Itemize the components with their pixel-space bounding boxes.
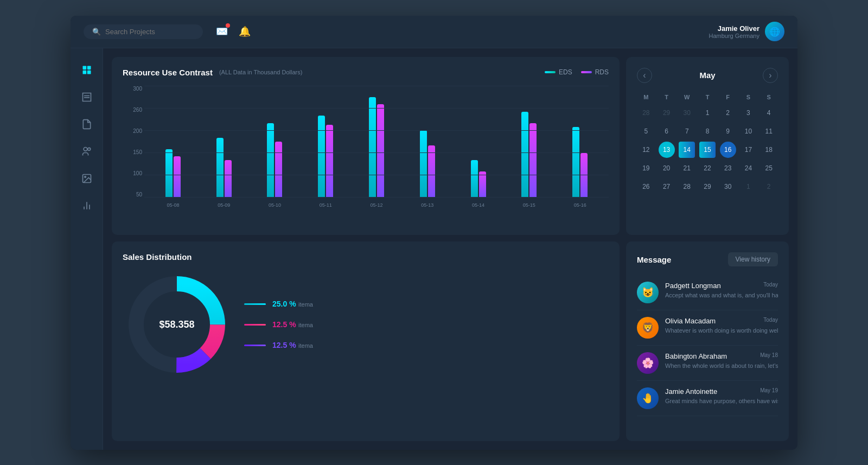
sidebar-item-reports[interactable]	[76, 195, 98, 216]
cal-day-29[interactable]: 29	[659, 105, 675, 121]
sidebar-item-gallery[interactable]	[76, 168, 98, 189]
cal-day-21[interactable]: 21	[679, 160, 695, 176]
message-item[interactable]: 🦁Olivia MacadamWhatever is worth doing i…	[637, 310, 778, 346]
bar-eds	[318, 116, 325, 198]
cal-day-17[interactable]: 17	[740, 142, 756, 158]
cal-day-12[interactable]: 12	[638, 142, 654, 158]
cal-day-24[interactable]: 24	[740, 160, 756, 176]
legend-eds-line	[545, 71, 556, 73]
message-time: May 19	[760, 387, 778, 393]
y-axis: 300 260 200 150 100 50	[123, 86, 142, 198]
bars-wrapper	[144, 86, 609, 198]
cal-day-25[interactable]: 25	[761, 160, 777, 176]
cal-day-15[interactable]: 15	[699, 142, 716, 158]
message-item[interactable]: 🌸Babington AbrahamWhen the whole world i…	[637, 346, 778, 381]
cal-day-2[interactable]: 2	[720, 105, 736, 121]
bar-group	[251, 86, 299, 198]
cal-day-27[interactable]: 27	[659, 179, 675, 195]
user-name: Jamie Oliver	[709, 24, 760, 33]
cal-day-30[interactable]: 30	[720, 179, 736, 195]
cal-day-28[interactable]: 28	[679, 179, 695, 195]
search-bar[interactable]: 🔍	[84, 24, 203, 39]
calendar-next-button[interactable]: ›	[763, 68, 778, 83]
message-time: Today	[763, 282, 778, 288]
x-labels: 05-0805-0905-1005-1105-1205-1305-1405-15…	[144, 200, 609, 211]
cal-day-26[interactable]: 26	[638, 179, 654, 195]
bar-rds	[428, 145, 435, 198]
cal-day-28[interactable]: 28	[638, 105, 654, 121]
svg-rect-0	[82, 66, 86, 69]
x-label: 05-14	[454, 202, 503, 208]
x-label: 05-16	[556, 202, 604, 208]
cal-day-5[interactable]: 5	[638, 123, 654, 139]
legend-label-2: itema	[298, 322, 313, 328]
calendar-panel: ‹ May › MTWTFSS2829301234567891011121314…	[626, 57, 789, 235]
bar-rds	[275, 142, 282, 198]
cal-day-23[interactable]: 23	[720, 160, 736, 176]
bar-rds	[326, 125, 333, 198]
mail-button[interactable]: ✉️	[216, 26, 228, 37]
sidebar-item-files[interactable]	[76, 86, 98, 108]
search-input[interactable]	[105, 28, 192, 36]
message-text: When the whole world is about to rain, l…	[665, 362, 778, 370]
donut-legend: 25.0 % itema 12.5 % itema	[244, 299, 609, 350]
cal-day-6[interactable]: 6	[659, 123, 675, 139]
messages-header: Message View history	[637, 252, 778, 266]
svg-rect-3	[87, 70, 91, 74]
content: Resource Use Contrast (ALL Data in Thous…	[103, 48, 797, 450]
legend-label-1: itema	[298, 301, 313, 308]
cal-day-22[interactable]: 22	[699, 160, 716, 176]
cal-day-7[interactable]: 7	[679, 123, 695, 139]
svg-rect-5	[84, 97, 90, 98]
x-label: 05-10	[251, 202, 299, 208]
bar-group	[505, 86, 553, 198]
message-text: Accept what was and what is, and you'll …	[665, 291, 778, 300]
cal-day-1[interactable]: 1	[740, 179, 756, 195]
view-history-button[interactable]: View history	[728, 252, 778, 266]
bar-eds	[521, 112, 528, 198]
cal-day-2[interactable]: 2	[761, 179, 777, 195]
sales-title: Sales Distribution	[123, 252, 609, 262]
legend-eds: EDS	[545, 68, 572, 76]
sidebar	[71, 48, 103, 450]
bar-eds	[420, 130, 427, 198]
cal-day-18[interactable]: 18	[761, 142, 777, 158]
message-time: Today	[763, 317, 778, 323]
cal-day-14[interactable]: 14	[679, 142, 695, 158]
message-avatar: 😺	[637, 282, 659, 303]
cal-day-29[interactable]: 29	[699, 179, 716, 195]
message-item[interactable]: 😺Padgett LongmanAccept what was and what…	[637, 275, 778, 310]
cal-day-11[interactable]: 11	[761, 123, 777, 139]
calendar-prev-button[interactable]: ‹	[637, 68, 652, 83]
svg-point-6	[84, 147, 87, 151]
bar-rds	[529, 123, 537, 198]
cal-day-16[interactable]: 16	[720, 142, 736, 158]
sales-content: Sales Distribution	[123, 252, 609, 430]
sidebar-item-dashboard[interactable]	[76, 59, 98, 81]
sidebar-item-users[interactable]	[76, 141, 98, 162]
bar-rds	[479, 171, 486, 198]
cal-day-30[interactable]: 30	[679, 105, 695, 121]
chart-inner	[144, 86, 609, 198]
cal-day-1[interactable]: 1	[699, 105, 716, 121]
notification-button[interactable]: 🔔	[239, 26, 251, 37]
sales-chart-row: $58.358 25.0 % itema	[123, 270, 609, 379]
header-icons: ✉️ 🔔	[216, 26, 251, 37]
cal-day-3[interactable]: 3	[740, 105, 756, 121]
cal-day-4[interactable]: 4	[761, 105, 777, 121]
cal-day-13[interactable]: 13	[659, 142, 675, 158]
donut-amount: $58.358	[159, 319, 194, 330]
svg-rect-1	[87, 66, 91, 69]
legend-line-2	[244, 324, 266, 326]
cal-day-19[interactable]: 19	[638, 160, 654, 176]
bar-group	[454, 86, 503, 198]
cal-day-10[interactable]: 10	[740, 123, 756, 139]
message-content: Olivia MacadamWhatever is worth doing is…	[665, 317, 778, 339]
legend-rds: RDS	[581, 68, 609, 76]
cal-day-20[interactable]: 20	[659, 160, 675, 176]
cal-day-9[interactable]: 9	[720, 123, 736, 139]
sidebar-item-documents[interactable]	[76, 113, 98, 135]
bar-group	[301, 86, 350, 198]
cal-day-8[interactable]: 8	[699, 123, 716, 139]
message-item[interactable]: 🤚Jamie AntoinetteGreat minds have purpos…	[637, 381, 778, 416]
